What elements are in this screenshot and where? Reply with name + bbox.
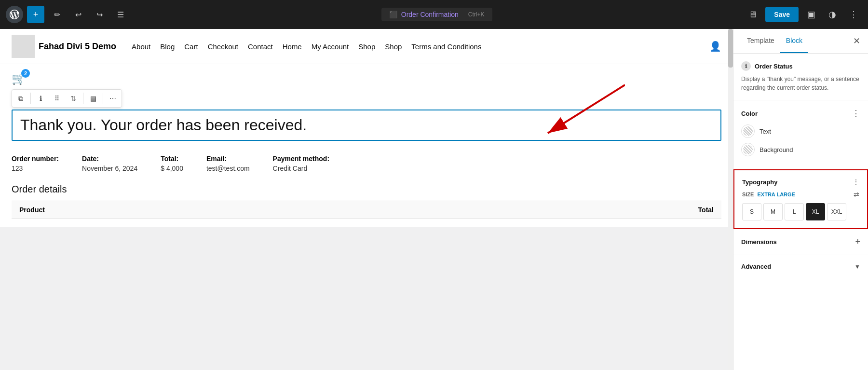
size-m-button[interactable]: M xyxy=(763,203,783,220)
product-col-header: Product xyxy=(19,206,45,214)
date-label: Date: xyxy=(82,155,137,163)
align-button[interactable]: ▤ xyxy=(85,91,101,106)
block-content: 🛒 2 ⧉ ℹ ⠿ ⇅ ▤ ⋯ Thank you. You xyxy=(0,64,733,227)
thank-you-text: Thank you. Your order has been received. xyxy=(20,116,307,134)
site-logo-area: Fahad Divi 5 Demo xyxy=(12,35,116,58)
canvas: Fahad Divi 5 Demo About Blog Cart Checko… xyxy=(0,29,733,227)
undo-button[interactable]: ↩ xyxy=(69,6,87,23)
nav-cart[interactable]: Cart xyxy=(184,42,198,51)
background-color-label: Background xyxy=(760,146,793,153)
size-label: SIZE EXTRA LARGE xyxy=(742,192,795,197)
user-icon[interactable]: 👤 xyxy=(709,41,721,52)
tab-template[interactable]: Template xyxy=(741,29,780,53)
size-xl-button[interactable]: XL xyxy=(806,203,825,220)
background-color-circle xyxy=(741,143,755,156)
order-status-section: ℹ Order Status Display a "thank you" mes… xyxy=(733,54,868,100)
nav-about[interactable]: About xyxy=(132,42,150,51)
desktop-view-button[interactable]: 🖥 xyxy=(744,6,761,23)
dimensions-section: Dimensions + xyxy=(733,229,868,255)
canvas-scrollbar[interactable] xyxy=(728,29,733,370)
background-color-swatch xyxy=(743,145,753,154)
drag-handle-button[interactable]: ⠿ xyxy=(49,91,65,106)
nav-home[interactable]: Home xyxy=(283,42,302,51)
redo-button[interactable]: ↪ xyxy=(91,6,108,23)
typography-section: Typography ⋮ SIZE EXTRA LARGE ⇄ S M L XL… xyxy=(733,169,868,229)
payment-method-item: Payment method: Credit Card xyxy=(273,155,329,172)
list-view-button[interactable]: ☰ xyxy=(112,6,129,23)
nav-shop-1[interactable]: Shop xyxy=(358,42,375,51)
advanced-section: Advanced ▼ xyxy=(733,255,868,278)
move-up-down-button[interactable]: ⇅ xyxy=(66,91,81,106)
dimensions-add-button[interactable]: + xyxy=(855,237,860,247)
total-item: Total: $ 4,000 xyxy=(161,155,183,172)
order-meta: Order number: 123 Date: November 6, 2024… xyxy=(12,143,721,184)
advanced-header[interactable]: Advanced ▼ xyxy=(741,263,860,270)
color-section: Color ⋮ Text Background xyxy=(733,100,868,169)
order-details-title: Order details xyxy=(12,184,721,195)
product-table: Product Total xyxy=(12,201,721,219)
size-s-button[interactable]: S xyxy=(742,203,761,220)
contrast-button[interactable]: ◑ xyxy=(824,6,841,23)
payment-method-label: Payment method: xyxy=(273,155,329,163)
nav-shop-2[interactable]: Shop xyxy=(385,42,402,51)
page-title: Order Confirmation xyxy=(401,11,459,18)
nav-checkout[interactable]: Checkout xyxy=(208,42,238,51)
total-col-header: Total xyxy=(698,206,714,214)
order-number-item: Order number: 123 xyxy=(12,155,59,172)
total-label: Total: xyxy=(161,155,183,163)
email-value: test@test.com xyxy=(206,164,250,172)
block-info-button[interactable]: ℹ xyxy=(33,91,48,106)
nav-my-account[interactable]: My Account xyxy=(312,42,349,51)
nav-contact[interactable]: Contact xyxy=(248,42,273,51)
background-color-option[interactable]: Background xyxy=(741,143,860,156)
typography-size-row: SIZE EXTRA LARGE ⇄ xyxy=(742,191,859,198)
toolbar-right: 🖥 Save ▣ ◑ ⋮ xyxy=(744,6,862,23)
toolbar-center: ⬛ Order Confirmation Ctrl+K xyxy=(133,8,740,21)
copy-block-button[interactable]: ⧉ xyxy=(13,91,28,106)
order-number-value: 123 xyxy=(12,164,59,172)
color-more-options[interactable]: ⋮ xyxy=(852,108,860,119)
dimensions-header: Dimensions + xyxy=(741,237,860,247)
size-xxl-button[interactable]: XXL xyxy=(827,203,846,220)
cart-badge: 2 xyxy=(21,69,30,78)
wordpress-logo[interactable] xyxy=(6,6,23,23)
nav-blog[interactable]: Blog xyxy=(160,42,175,51)
site-logo xyxy=(12,35,35,58)
site-nav: About Blog Cart Checkout Contact Home My… xyxy=(132,42,481,51)
typography-header: Typography ⋮ xyxy=(742,178,859,186)
save-button[interactable]: Save xyxy=(765,7,799,22)
advanced-chevron-icon: ▼ xyxy=(854,263,860,270)
page-title-bar[interactable]: ⬛ Order Confirmation Ctrl+K xyxy=(381,8,492,21)
text-color-option[interactable]: Text xyxy=(741,124,860,138)
cart-icon-wrap: 🛒 2 xyxy=(12,72,26,85)
panel-header: Template Block ✕ xyxy=(733,29,868,54)
typography-title: Typography xyxy=(742,178,777,186)
add-block-button[interactable]: + xyxy=(27,6,44,23)
text-color-swatch xyxy=(743,126,753,136)
more-block-options-button[interactable]: ⋯ xyxy=(105,91,121,106)
canvas-scrollbar-thumb xyxy=(728,29,733,68)
more-options-button[interactable]: ⋮ xyxy=(845,6,862,23)
size-l-button[interactable]: L xyxy=(785,203,804,220)
order-status-info-icon: ℹ xyxy=(741,61,751,71)
separator-3 xyxy=(103,93,103,104)
top-toolbar: + ✏ ↩ ↪ ☰ ⬛ Order Confirmation Ctrl+K 🖥 … xyxy=(0,0,868,29)
total-value: $ 4,000 xyxy=(161,164,183,172)
canvas-wrapper: Fahad Divi 5 Demo About Blog Cart Checko… xyxy=(0,29,733,370)
size-adjust-icon[interactable]: ⇄ xyxy=(854,191,859,198)
email-label: Email: xyxy=(206,155,250,163)
order-number-label: Order number: xyxy=(12,155,59,163)
typography-more-button[interactable]: ⋮ xyxy=(853,178,859,186)
nav-terms[interactable]: Terms and Conditions xyxy=(411,42,481,51)
site-header: Fahad Divi 5 Demo About Blog Cart Checko… xyxy=(0,29,733,64)
right-panel: Template Block ✕ ℹ Order Status Display … xyxy=(733,29,868,370)
advanced-title: Advanced xyxy=(741,263,771,270)
date-item: Date: November 6, 2024 xyxy=(82,155,137,172)
selected-block[interactable]: Thank you. Your order has been received. xyxy=(12,110,721,141)
panel-close-button[interactable]: ✕ xyxy=(853,36,860,46)
tab-block[interactable]: Block xyxy=(780,29,808,53)
tools-button[interactable]: ✏ xyxy=(48,6,66,23)
toggle-sidebar-button[interactable]: ▣ xyxy=(802,6,820,23)
main-area: Fahad Divi 5 Demo About Blog Cart Checko… xyxy=(0,29,868,370)
separator-2 xyxy=(83,93,83,104)
